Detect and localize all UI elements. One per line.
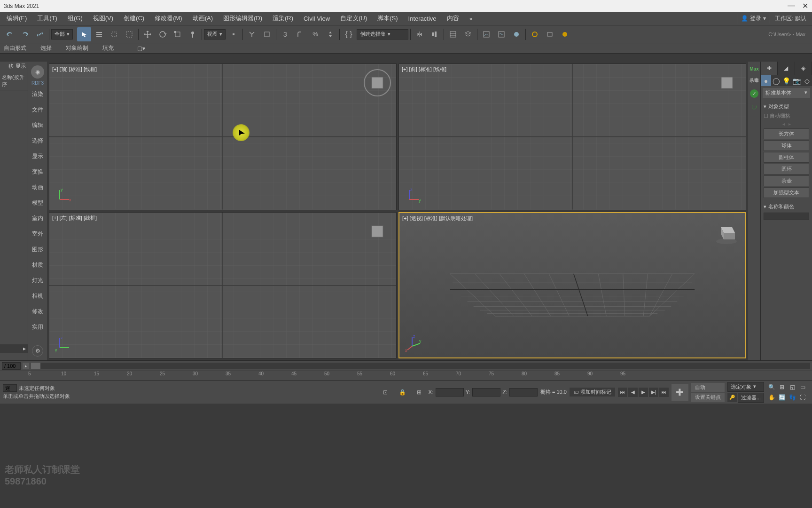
- modify-tab[interactable]: ◢: [778, 62, 795, 75]
- prev-arrow[interactable]: ◂: [782, 121, 785, 127]
- use-pivot-button[interactable]: [226, 27, 241, 41]
- viewport-front[interactable]: [+] [前] [标准] [线框] zy: [398, 64, 746, 210]
- angle-snap-toggle[interactable]: [293, 27, 307, 41]
- angle-snap-button[interactable]: [260, 27, 274, 41]
- zoom-all-button[interactable]: ⊞: [777, 382, 787, 392]
- align-button[interactable]: [428, 27, 442, 41]
- menu-tools[interactable]: 工具(T): [32, 12, 62, 24]
- spinner-snap-button[interactable]: [323, 27, 337, 41]
- login-button[interactable]: 👤 登录 ▾: [737, 14, 770, 24]
- category-dropdown[interactable]: 标准基本体▾: [763, 88, 810, 98]
- timeline-ruler[interactable]: 5101520253035404550556065707580859095: [0, 371, 812, 380]
- menu-create[interactable]: 创建(C): [119, 12, 149, 24]
- viewcube-top[interactable]: [363, 69, 391, 97]
- left-tab-display[interactable]: 显示: [16, 63, 26, 71]
- menu-graph-editors[interactable]: 图形编辑器(D): [219, 12, 267, 24]
- cylinder-button[interactable]: 圆柱体: [764, 152, 809, 163]
- select-object-button[interactable]: [77, 27, 91, 41]
- current-frame-input[interactable]: [2, 362, 21, 370]
- link-button[interactable]: [33, 27, 47, 41]
- rotate-button[interactable]: [156, 27, 170, 41]
- layer-explorer-button[interactable]: [446, 27, 460, 41]
- pan-button[interactable]: ✋: [767, 393, 776, 402]
- time-slider[interactable]: [31, 363, 810, 369]
- reference-coord-dropdown[interactable]: 视图▾: [204, 29, 226, 40]
- viewcube-front[interactable]: [713, 69, 741, 97]
- helpers-subtab[interactable]: ◇: [802, 75, 812, 86]
- check-icon[interactable]: ✓: [750, 89, 758, 98]
- play-button[interactable]: ▶: [639, 388, 648, 397]
- selection-filter-dropdown[interactable]: 全部▾: [51, 29, 73, 40]
- create-tab[interactable]: ✚: [761, 62, 778, 75]
- goto-start-button[interactable]: ⏮: [618, 388, 627, 397]
- ribbon-dropdown-icon[interactable]: ▢▾: [137, 45, 145, 52]
- x-input[interactable]: [436, 388, 464, 397]
- material-editor-button[interactable]: [509, 27, 523, 41]
- maximize-viewport-button[interactable]: ⛶: [798, 393, 807, 402]
- scene-explorer-header[interactable]: 名称(按升序: [0, 72, 28, 90]
- render-setup-button[interactable]: [528, 27, 542, 41]
- prev-frame-button[interactable]: ◀: [628, 388, 638, 397]
- y-input[interactable]: [472, 388, 500, 397]
- viewport-persp-label[interactable]: [+] [透视] [标准] [默认明暗处理]: [402, 215, 473, 222]
- shapes-subtab[interactable]: ◯: [771, 75, 781, 86]
- quad-transform[interactable]: 变换: [28, 165, 47, 179]
- ribbon-populate[interactable]: 填充: [102, 44, 114, 52]
- viewport-top[interactable]: [+] [顶] [标准] [线框] yx: [49, 64, 397, 210]
- key-target-dropdown[interactable]: 选定对象▾: [727, 382, 764, 392]
- quad-interior[interactable]: 室内: [28, 212, 47, 225]
- lock-button[interactable]: 🔒: [395, 385, 409, 399]
- undo-button[interactable]: [3, 27, 17, 41]
- schematic-view-button[interactable]: [494, 27, 508, 41]
- quad-shapes[interactable]: 图形: [28, 243, 47, 256]
- render-button[interactable]: [558, 27, 572, 41]
- snap-button[interactable]: [245, 27, 259, 41]
- workspace-selector[interactable]: 工作区: 默认: [771, 14, 810, 24]
- scale-button[interactable]: [171, 27, 185, 41]
- isolate-button[interactable]: ⊡: [378, 385, 392, 399]
- viewcube-left[interactable]: [363, 217, 391, 246]
- coord-mode-button[interactable]: ⊞: [412, 385, 426, 399]
- quad-lights[interactable]: 灯光: [28, 274, 47, 287]
- shield-icon[interactable]: 🛡: [750, 103, 758, 112]
- lights-subtab[interactable]: 💡: [781, 75, 792, 86]
- torus-button[interactable]: 圆环: [764, 164, 809, 175]
- scroll-right-button[interactable]: ▸: [0, 344, 28, 353]
- placement-button[interactable]: [186, 27, 200, 41]
- quad-modify[interactable]: 修改: [28, 305, 47, 318]
- quad-exterior[interactable]: 室外: [28, 227, 47, 241]
- auto-key-button[interactable]: 自动: [691, 383, 725, 392]
- quad-select[interactable]: 选择: [28, 134, 47, 148]
- walk-button[interactable]: 👣: [788, 393, 797, 402]
- object-type-rollout[interactable]: ▾对象类型: [764, 102, 809, 111]
- curve-editor-button[interactable]: [479, 27, 493, 41]
- quad-display[interactable]: 显示: [28, 150, 47, 163]
- quad-edit[interactable]: 编辑: [28, 119, 47, 132]
- box-button[interactable]: 长方体: [764, 128, 809, 139]
- ribbon-freeform[interactable]: 自由形式: [4, 44, 26, 52]
- menu-edit[interactable]: 编辑(E): [2, 12, 31, 24]
- set-key-big-button[interactable]: ✚: [671, 384, 688, 401]
- menu-animation[interactable]: 动画(A): [188, 12, 218, 24]
- next-arrow[interactable]: ▸: [789, 121, 791, 127]
- gear-icon[interactable]: ⚙: [32, 345, 43, 357]
- left-tab-1[interactable]: 移: [8, 63, 14, 71]
- geometry-subtab[interactable]: ●: [761, 75, 771, 86]
- quad-file[interactable]: 文件: [28, 103, 47, 117]
- snap-3d-button[interactable]: 3: [278, 27, 292, 41]
- percent-snap-button[interactable]: %: [308, 27, 322, 41]
- menu-customize[interactable]: 自定义(U): [336, 12, 372, 24]
- sphere-button[interactable]: 球体: [764, 140, 809, 151]
- zoom-button[interactable]: 🔍: [767, 382, 776, 392]
- viewport-left[interactable]: [+] [左] [标准] [线框] zy: [49, 212, 397, 359]
- ribbon-selection[interactable]: 选择: [40, 44, 52, 52]
- mini-listener[interactable]: [3, 384, 17, 392]
- select-region-button[interactable]: [107, 27, 121, 41]
- menu-interactive[interactable]: Interactive: [404, 13, 441, 24]
- z-input[interactable]: [509, 388, 538, 397]
- ribbon-object-paint[interactable]: 对象绘制: [66, 44, 88, 52]
- editable-button[interactable]: { }: [342, 27, 356, 41]
- select-by-name-button[interactable]: [92, 27, 106, 41]
- render-frame-button[interactable]: [543, 27, 557, 41]
- redo-button[interactable]: [18, 27, 32, 41]
